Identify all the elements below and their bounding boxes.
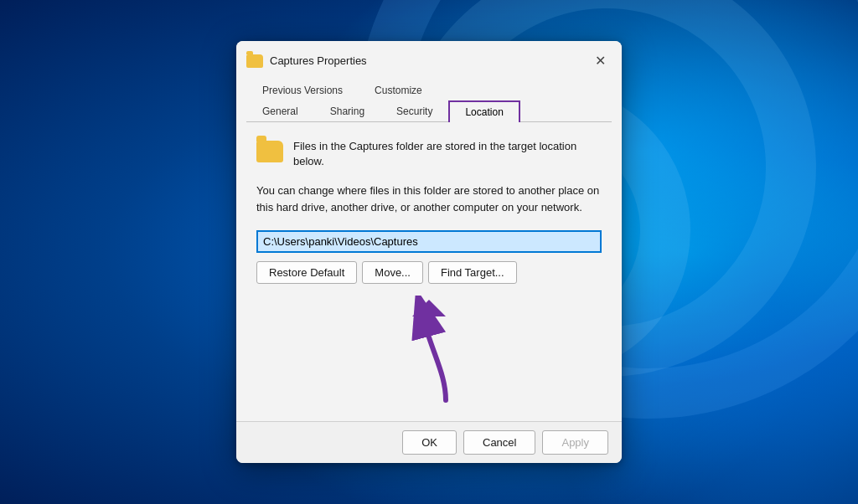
- dialog-title: Captures Properties: [270, 54, 581, 67]
- tabs-area: Previous Versions Customize General Shar…: [236, 73, 622, 122]
- restore-default-button[interactable]: Restore Default: [256, 261, 357, 284]
- dialog-overlay: Captures Properties ✕ Previous Versions …: [0, 0, 858, 504]
- description-text: Files in the Captures folder are stored …: [293, 139, 602, 169]
- title-folder-icon: [246, 54, 263, 68]
- tabs-row-bottom: General Sharing Security Location: [246, 100, 612, 122]
- arrow-annotation: [256, 287, 602, 404]
- close-button[interactable]: ✕: [588, 49, 612, 73]
- tabs-row-top: Previous Versions Customize: [246, 80, 612, 100]
- tab-sharing[interactable]: Sharing: [314, 100, 380, 121]
- folder-icon: [256, 141, 283, 162]
- tab-location[interactable]: Location: [448, 100, 519, 122]
- tab-customize[interactable]: Customize: [359, 80, 438, 100]
- ok-button[interactable]: OK: [402, 430, 457, 455]
- tab-previous-versions[interactable]: Previous Versions: [246, 80, 359, 100]
- captures-properties-dialog: Captures Properties ✕ Previous Versions …: [236, 41, 622, 463]
- action-buttons-row: Restore Default Move... Find Target...: [256, 261, 602, 284]
- tab-general[interactable]: General: [246, 100, 314, 121]
- bottom-bar: OK Cancel Apply: [236, 421, 622, 463]
- find-target-button[interactable]: Find Target...: [428, 261, 517, 284]
- purple-arrow-icon: [404, 296, 471, 404]
- info-text: You can change where files in this folde…: [256, 183, 602, 215]
- apply-button[interactable]: Apply: [542, 430, 608, 455]
- svg-marker-1: [412, 300, 446, 316]
- tab-security[interactable]: Security: [380, 100, 448, 121]
- dialog-content: Files in the Captures folder are stored …: [236, 122, 622, 421]
- move-button[interactable]: Move...: [362, 261, 423, 284]
- cancel-button[interactable]: Cancel: [463, 430, 535, 455]
- title-bar: Captures Properties ✕: [236, 41, 622, 73]
- path-input[interactable]: [256, 230, 602, 253]
- description-row: Files in the Captures folder are stored …: [256, 139, 602, 169]
